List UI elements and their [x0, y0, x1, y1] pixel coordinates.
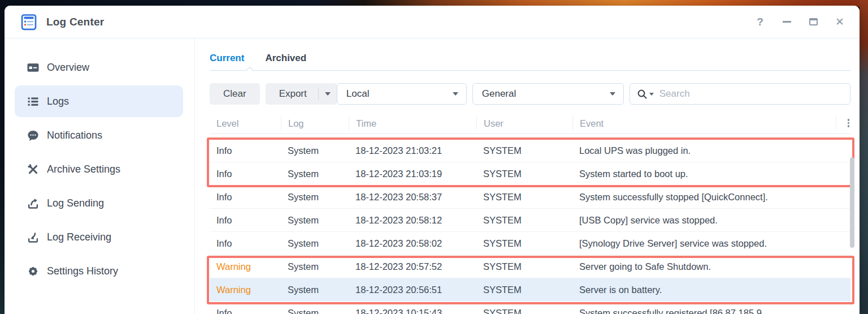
cell-level: Info — [210, 192, 281, 203]
cell-event: System successfully stopped [QuickConnec… — [572, 192, 850, 203]
table-row[interactable]: Info System 18-12-2023 21:03:21 SYSTEM L… — [210, 139, 850, 162]
table-header: Level Log Time User Event — [210, 113, 850, 134]
list-icon — [27, 96, 39, 107]
cell-event: [USB Copy] service was stopped. — [572, 215, 850, 226]
sidebar-item-label: Log Receiving — [47, 231, 111, 243]
help-button[interactable]: ? — [755, 17, 765, 27]
sidebar-item-settings-history[interactable]: Settings History — [15, 255, 183, 287]
maximize-button[interactable] — [808, 17, 818, 27]
cell-log: System — [281, 238, 349, 249]
column-header-time[interactable]: Time — [349, 116, 476, 131]
cell-log: System — [281, 169, 349, 179]
column-header-level[interactable]: Level — [210, 116, 281, 131]
cell-user: SYSTEM — [476, 308, 572, 314]
table-row[interactable]: Warning System 18-12-2023 20:57:52 SYSTE… — [210, 255, 850, 278]
minimize-icon — [783, 21, 791, 23]
cell-level: Info — [210, 145, 281, 156]
cell-time: 18-12-2023 20:58:02 — [349, 238, 476, 249]
cell-event: Server is on battery. — [572, 285, 850, 295]
vertical-dots-icon — [848, 119, 850, 127]
minimize-button[interactable] — [782, 17, 792, 27]
sidebar-item-label: Log Sending — [47, 197, 104, 209]
cell-user: SYSTEM — [476, 261, 572, 272]
cell-level: Info — [210, 169, 281, 179]
titlebar: Log Center ? ✕ — [5, 6, 860, 38]
cell-log: System — [281, 215, 349, 226]
desktop: Log Center ? ✕ Overview — [0, 0, 868, 314]
cell-level: Info — [210, 215, 281, 226]
chevron-down-icon — [453, 92, 458, 96]
cell-time: 18-12-2023 21:03:21 — [349, 145, 476, 156]
table-row[interactable]: Info System 18-12-2023 10:15:43 SYSTEM S… — [210, 302, 850, 314]
sidebar-item-notifications[interactable]: Notifications — [15, 119, 183, 151]
search-options-caret-icon[interactable] — [649, 93, 654, 96]
cell-level: Warning — [210, 261, 281, 272]
sidebar-item-label: Settings History — [47, 265, 118, 277]
cell-time: 18-12-2023 20:58:37 — [349, 192, 476, 203]
cell-user: SYSTEM — [476, 238, 572, 249]
search-input[interactable] — [659, 88, 843, 100]
search-box[interactable] — [630, 83, 850, 105]
chevron-down-icon — [325, 92, 331, 96]
sidebar-item-archive-settings[interactable]: Archive Settings — [15, 153, 183, 185]
cell-log: System — [281, 192, 349, 203]
close-button[interactable]: ✕ — [835, 17, 845, 27]
table-row[interactable]: Info System 18-12-2023 20:58:02 SYSTEM [… — [210, 232, 850, 255]
tab-bar: Current Archived — [210, 48, 850, 71]
log-table-body: Info System 18-12-2023 21:03:21 SYSTEM L… — [210, 139, 850, 314]
cell-log: System — [281, 145, 349, 156]
cell-time: 18-12-2023 20:56:51 — [349, 285, 476, 295]
sidebar-item-log-receiving[interactable]: Log Receiving — [15, 221, 183, 253]
sidebar-item-label: Notifications — [47, 130, 102, 141]
search-icon — [637, 89, 648, 100]
cell-user: SYSTEM — [476, 145, 572, 156]
overview-card-icon — [27, 62, 39, 74]
column-header-user[interactable]: User — [476, 116, 572, 131]
column-header-event[interactable]: Event — [572, 116, 836, 131]
log-center-app-icon — [20, 13, 38, 31]
log-source-select[interactable]: Local — [337, 83, 467, 105]
sidebar-item-label: Logs — [47, 96, 69, 107]
desktop-wallpaper-right — [860, 0, 868, 314]
tab-current[interactable]: Current — [210, 48, 244, 64]
table-scrollbar-thumb[interactable] — [850, 157, 854, 248]
tools-icon — [27, 164, 39, 175]
log-source-value: Local — [346, 88, 453, 100]
table-row[interactable]: Info System 18-12-2023 20:58:12 SYSTEM [… — [210, 209, 850, 232]
cell-user: SYSTEM — [476, 192, 572, 203]
sidebar-item-log-sending[interactable]: Log Sending — [15, 187, 183, 219]
cell-log: System — [281, 308, 349, 314]
cell-time: 18-12-2023 21:03:19 — [349, 169, 476, 179]
sidebar-item-overview[interactable]: Overview — [15, 51, 183, 83]
cell-level: Info — [210, 308, 281, 314]
gear-icon — [27, 265, 39, 277]
export-dropdown-button[interactable] — [319, 92, 337, 96]
sidebar-item-label: Overview — [47, 62, 89, 74]
cell-event: System successfully registered [86.87.18… — [572, 308, 850, 314]
export-button[interactable]: Export — [266, 88, 318, 100]
sidebar-item-logs[interactable]: Logs — [15, 85, 183, 117]
table-row-selected[interactable]: Warning System 18-12-2023 20:56:51 SYSTE… — [210, 278, 850, 302]
clear-button[interactable]: Clear — [210, 83, 260, 105]
speech-bubble-icon — [27, 130, 39, 141]
cell-user: SYSTEM — [476, 285, 572, 295]
cell-log: System — [281, 285, 349, 295]
table-row[interactable]: Info System 18-12-2023 21:03:19 SYSTEM S… — [210, 162, 850, 186]
column-header-log[interactable]: Log — [281, 116, 349, 131]
active-tab-notch — [246, 67, 254, 75]
log-type-value: General — [482, 88, 610, 100]
download-tray-icon — [27, 231, 39, 243]
cell-event: System started to boot up. — [572, 169, 850, 179]
cell-user: SYSTEM — [476, 215, 572, 226]
column-settings-button[interactable] — [836, 116, 850, 131]
export-split-button[interactable]: Export — [266, 83, 337, 105]
tab-archived[interactable]: Archived — [265, 48, 306, 64]
window-controls: ? ✕ — [755, 17, 845, 27]
cell-event: [Synology Drive Server] service was stop… — [572, 238, 850, 249]
table-row[interactable]: Info System 18-12-2023 20:58:37 SYSTEM S… — [210, 186, 850, 209]
cell-user: SYSTEM — [476, 169, 572, 179]
log-center-window: Log Center ? ✕ Overview — [5, 6, 860, 314]
log-type-select[interactable]: General — [472, 83, 624, 105]
cell-time: 18-12-2023 20:57:52 — [349, 261, 476, 272]
sidebar-item-label: Archive Settings — [47, 164, 120, 175]
